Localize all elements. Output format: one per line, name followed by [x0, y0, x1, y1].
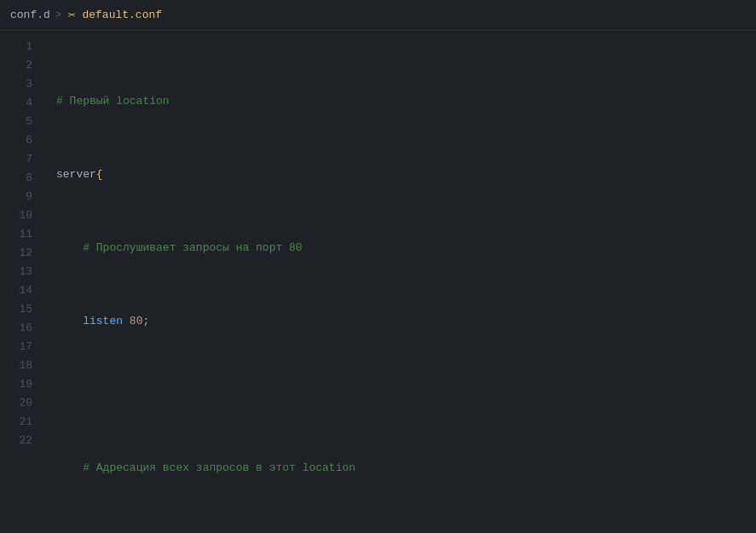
ln-17: 17 [0, 338, 43, 356]
ln-8: 8 [0, 169, 43, 188]
ln-13: 13 [0, 263, 43, 281]
ln-7: 7 [0, 150, 43, 169]
ln-16: 16 [0, 319, 43, 338]
title-bar: conf.d > ✂ default.conf [0, 0, 756, 31]
ln-11: 11 [0, 225, 43, 244]
ln-22: 22 [0, 432, 43, 450]
ln-18: 18 [0, 356, 43, 375]
ln-1: 1 [0, 38, 43, 56]
breadcrumb: conf.d > ✂ default.conf [10, 8, 162, 22]
ln-4: 4 [0, 94, 43, 113]
line-numbers: 1 2 3 4 5 6 7 8 9 10 11 12 13 14 15 16 1… [0, 31, 43, 533]
ln-10: 10 [0, 206, 43, 225]
breadcrumb-filename: default.conf [82, 9, 162, 21]
code-line-1: # Первый location [43, 92, 756, 111]
code-line-2: server{ [43, 165, 756, 184]
ln-12: 12 [0, 244, 43, 263]
code-line-3: # Прослушивает запросы на порт 80 [43, 239, 756, 258]
code-editor[interactable]: # Первый location server{ # Прослушивает… [43, 31, 756, 533]
ln-9: 9 [0, 188, 43, 206]
ln-20: 20 [0, 394, 43, 413]
ln-3: 3 [0, 75, 43, 94]
ln-6: 6 [0, 131, 43, 150]
ln-21: 21 [0, 413, 43, 432]
breadcrumb-sep1: > [55, 9, 61, 21]
tool-icon: ✂ [68, 8, 75, 22]
code-line-6: # Адресация всех запросов в этот locatio… [43, 459, 756, 478]
code-line-5 [43, 385, 756, 404]
breadcrumb-confd: conf.d [10, 9, 50, 21]
ln-2: 2 [0, 56, 43, 75]
editor-window: conf.d > ✂ default.conf 1 2 3 4 5 6 7 8 … [0, 0, 756, 533]
ln-14: 14 [0, 281, 43, 300]
ln-15: 15 [0, 300, 43, 319]
code-line-4: listen 80; [43, 312, 756, 331]
ln-5: 5 [0, 113, 43, 131]
editor-container: 1 2 3 4 5 6 7 8 9 10 11 12 13 14 15 16 1… [0, 31, 756, 533]
ln-19: 19 [0, 375, 43, 394]
